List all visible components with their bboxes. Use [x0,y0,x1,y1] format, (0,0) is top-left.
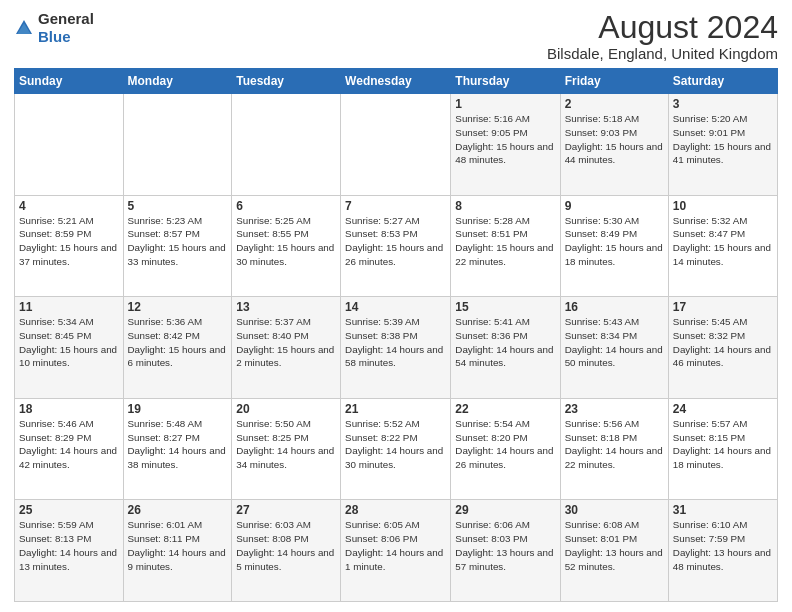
day-cell: 18Sunrise: 5:46 AMSunset: 8:29 PMDayligh… [15,398,124,500]
day-number: 26 [128,503,228,517]
page: General Blue August 2024 Bilsdale, Engla… [0,0,792,612]
day-info: Sunrise: 6:01 AMSunset: 8:11 PMDaylight:… [128,518,228,573]
day-cell: 2Sunrise: 5:18 AMSunset: 9:03 PMDaylight… [560,94,668,196]
day-info: Sunrise: 5:57 AMSunset: 8:15 PMDaylight:… [673,417,773,472]
day-info: Sunrise: 5:43 AMSunset: 8:34 PMDaylight:… [565,315,664,370]
day-number: 17 [673,300,773,314]
day-cell: 13Sunrise: 5:37 AMSunset: 8:40 PMDayligh… [232,297,341,399]
day-number: 5 [128,199,228,213]
day-cell: 8Sunrise: 5:28 AMSunset: 8:51 PMDaylight… [451,195,560,297]
day-cell: 22Sunrise: 5:54 AMSunset: 8:20 PMDayligh… [451,398,560,500]
day-number: 20 [236,402,336,416]
day-info: Sunrise: 5:21 AMSunset: 8:59 PMDaylight:… [19,214,119,269]
day-info: Sunrise: 5:48 AMSunset: 8:27 PMDaylight:… [128,417,228,472]
calendar-header-row: SundayMondayTuesdayWednesdayThursdayFrid… [15,69,778,94]
day-info: Sunrise: 6:10 AMSunset: 7:59 PMDaylight:… [673,518,773,573]
day-info: Sunrise: 5:30 AMSunset: 8:49 PMDaylight:… [565,214,664,269]
day-number: 19 [128,402,228,416]
logo: General Blue [14,10,94,46]
day-info: Sunrise: 5:20 AMSunset: 9:01 PMDaylight:… [673,112,773,167]
day-info: Sunrise: 5:45 AMSunset: 8:32 PMDaylight:… [673,315,773,370]
day-info: Sunrise: 5:54 AMSunset: 8:20 PMDaylight:… [455,417,555,472]
day-number: 3 [673,97,773,111]
day-number: 2 [565,97,664,111]
day-info: Sunrise: 5:39 AMSunset: 8:38 PMDaylight:… [345,315,446,370]
day-number: 15 [455,300,555,314]
day-cell: 12Sunrise: 5:36 AMSunset: 8:42 PMDayligh… [123,297,232,399]
day-cell: 23Sunrise: 5:56 AMSunset: 8:18 PMDayligh… [560,398,668,500]
day-info: Sunrise: 5:50 AMSunset: 8:25 PMDaylight:… [236,417,336,472]
day-cell: 29Sunrise: 6:06 AMSunset: 8:03 PMDayligh… [451,500,560,602]
day-number: 8 [455,199,555,213]
day-cell: 31Sunrise: 6:10 AMSunset: 7:59 PMDayligh… [668,500,777,602]
day-cell: 1Sunrise: 5:16 AMSunset: 9:05 PMDaylight… [451,94,560,196]
header-sunday: Sunday [15,69,124,94]
day-cell: 25Sunrise: 5:59 AMSunset: 8:13 PMDayligh… [15,500,124,602]
day-number: 11 [19,300,119,314]
day-cell: 30Sunrise: 6:08 AMSunset: 8:01 PMDayligh… [560,500,668,602]
day-cell: 7Sunrise: 5:27 AMSunset: 8:53 PMDaylight… [341,195,451,297]
day-cell: 24Sunrise: 5:57 AMSunset: 8:15 PMDayligh… [668,398,777,500]
day-cell [123,94,232,196]
logo-text: General Blue [38,10,94,46]
day-cell: 5Sunrise: 5:23 AMSunset: 8:57 PMDaylight… [123,195,232,297]
day-cell: 4Sunrise: 5:21 AMSunset: 8:59 PMDaylight… [15,195,124,297]
day-cell [341,94,451,196]
week-row-2: 4Sunrise: 5:21 AMSunset: 8:59 PMDaylight… [15,195,778,297]
day-number: 25 [19,503,119,517]
day-info: Sunrise: 5:16 AMSunset: 9:05 PMDaylight:… [455,112,555,167]
day-number: 30 [565,503,664,517]
header-wednesday: Wednesday [341,69,451,94]
header-tuesday: Tuesday [232,69,341,94]
title-area: August 2024 Bilsdale, England, United Ki… [547,10,778,62]
day-number: 10 [673,199,773,213]
week-row-5: 25Sunrise: 5:59 AMSunset: 8:13 PMDayligh… [15,500,778,602]
day-cell: 20Sunrise: 5:50 AMSunset: 8:25 PMDayligh… [232,398,341,500]
day-cell: 10Sunrise: 5:32 AMSunset: 8:47 PMDayligh… [668,195,777,297]
day-number: 12 [128,300,228,314]
day-cell: 9Sunrise: 5:30 AMSunset: 8:49 PMDaylight… [560,195,668,297]
calendar-table: SundayMondayTuesdayWednesdayThursdayFrid… [14,68,778,602]
week-row-3: 11Sunrise: 5:34 AMSunset: 8:45 PMDayligh… [15,297,778,399]
header-saturday: Saturday [668,69,777,94]
day-number: 9 [565,199,664,213]
subtitle: Bilsdale, England, United Kingdom [547,45,778,62]
day-number: 1 [455,97,555,111]
logo-general: General [38,10,94,27]
day-info: Sunrise: 5:34 AMSunset: 8:45 PMDaylight:… [19,315,119,370]
day-info: Sunrise: 5:59 AMSunset: 8:13 PMDaylight:… [19,518,119,573]
day-info: Sunrise: 5:32 AMSunset: 8:47 PMDaylight:… [673,214,773,269]
day-cell: 17Sunrise: 5:45 AMSunset: 8:32 PMDayligh… [668,297,777,399]
day-info: Sunrise: 6:03 AMSunset: 8:08 PMDaylight:… [236,518,336,573]
header-monday: Monday [123,69,232,94]
day-info: Sunrise: 5:41 AMSunset: 8:36 PMDaylight:… [455,315,555,370]
day-cell: 6Sunrise: 5:25 AMSunset: 8:55 PMDaylight… [232,195,341,297]
day-info: Sunrise: 5:36 AMSunset: 8:42 PMDaylight:… [128,315,228,370]
day-number: 13 [236,300,336,314]
day-number: 23 [565,402,664,416]
day-info: Sunrise: 6:05 AMSunset: 8:06 PMDaylight:… [345,518,446,573]
day-cell [15,94,124,196]
day-info: Sunrise: 5:23 AMSunset: 8:57 PMDaylight:… [128,214,228,269]
day-cell: 14Sunrise: 5:39 AMSunset: 8:38 PMDayligh… [341,297,451,399]
day-number: 31 [673,503,773,517]
logo-icon [14,18,34,38]
header: General Blue August 2024 Bilsdale, Engla… [14,10,778,62]
day-number: 4 [19,199,119,213]
header-thursday: Thursday [451,69,560,94]
day-number: 14 [345,300,446,314]
day-cell: 27Sunrise: 6:03 AMSunset: 8:08 PMDayligh… [232,500,341,602]
day-number: 21 [345,402,446,416]
day-number: 6 [236,199,336,213]
day-info: Sunrise: 6:08 AMSunset: 8:01 PMDaylight:… [565,518,664,573]
day-cell: 15Sunrise: 5:41 AMSunset: 8:36 PMDayligh… [451,297,560,399]
logo-blue: Blue [38,28,71,45]
day-number: 16 [565,300,664,314]
day-info: Sunrise: 5:18 AMSunset: 9:03 PMDaylight:… [565,112,664,167]
day-info: Sunrise: 5:28 AMSunset: 8:51 PMDaylight:… [455,214,555,269]
day-cell: 21Sunrise: 5:52 AMSunset: 8:22 PMDayligh… [341,398,451,500]
day-cell: 3Sunrise: 5:20 AMSunset: 9:01 PMDaylight… [668,94,777,196]
day-number: 18 [19,402,119,416]
day-info: Sunrise: 5:52 AMSunset: 8:22 PMDaylight:… [345,417,446,472]
day-cell: 16Sunrise: 5:43 AMSunset: 8:34 PMDayligh… [560,297,668,399]
